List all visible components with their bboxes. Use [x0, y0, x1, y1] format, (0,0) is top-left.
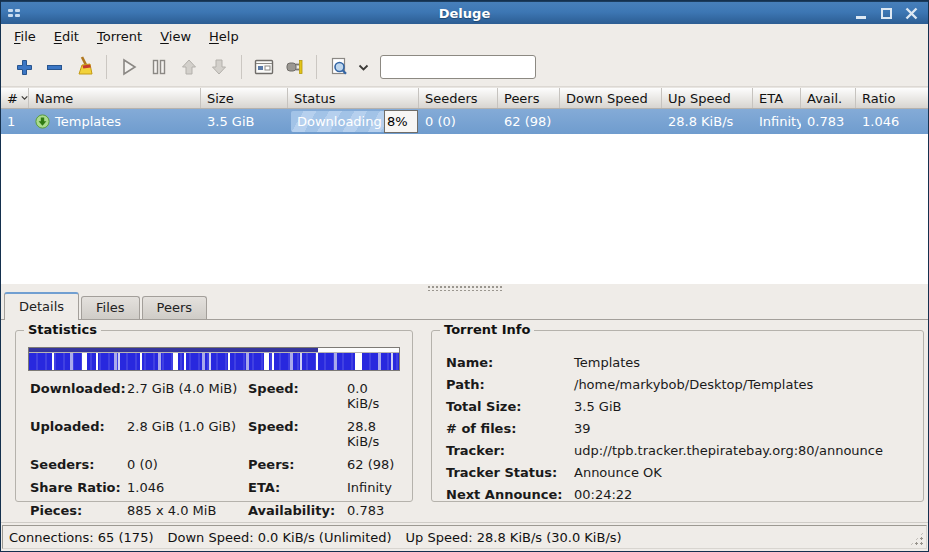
info-path-value: /home/markybob/Desktop/Templates	[574, 377, 913, 392]
toolbar-separator	[106, 55, 107, 79]
torrent-info-frame: Torrent Info Name:Templates Path:/home/m…	[431, 330, 924, 502]
column-header-size[interactable]: Size	[201, 88, 288, 108]
statistics-frame: Statistics Downloaded:2.7 GiB (4.0 MiB)S…	[15, 330, 413, 502]
column-header-down-speed[interactable]: Down Speed	[560, 88, 662, 108]
preferences-button[interactable]	[249, 53, 279, 81]
sort-chevron-icon	[21, 95, 28, 101]
column-header-seeders[interactable]: Seeders	[419, 88, 498, 108]
statusbar-wrap: Connections: 65 (175) Down Speed: 0.0 Ki…	[1, 522, 928, 551]
statusbar-connections: Connections: 65 (175)	[9, 530, 153, 545]
column-header-name[interactable]: Name	[29, 88, 201, 108]
arrow-down-icon	[209, 57, 229, 77]
window-title: Deluge	[1, 6, 928, 21]
play-icon	[119, 57, 139, 77]
column-header-eta[interactable]: ETA	[753, 88, 801, 108]
close-icon[interactable]	[904, 7, 919, 20]
menu-file[interactable]: File	[5, 26, 45, 47]
menu-view[interactable]: View	[151, 26, 200, 47]
info-tracker-status-value: Announce OK	[574, 465, 913, 480]
info-num-files-value: 39	[574, 421, 913, 436]
column-header-status[interactable]: Status	[288, 88, 419, 108]
torrent-list[interactable]: 1 Templates 3.5 GiB Downloading 7 8%	[1, 109, 928, 284]
column-header-ratio[interactable]: Ratio	[856, 88, 928, 108]
menu-help[interactable]: Help	[200, 26, 248, 47]
info-next-announce-value: 00:24:22	[574, 487, 913, 502]
toolbar-separator	[241, 55, 242, 79]
plug-icon	[283, 57, 305, 77]
cell-avail: 0.783	[801, 109, 856, 134]
cell-size: 3.5 GiB	[201, 109, 288, 134]
cell-number: 1	[1, 109, 29, 134]
details-pane: Statistics Downloaded:2.7 GiB (4.0 MiB)S…	[1, 320, 928, 522]
menubar: File Edit Torrent View Help	[1, 24, 928, 48]
cell-down-speed	[560, 109, 662, 134]
remove-torrent-button[interactable]	[39, 53, 69, 81]
details-tabstrip: Details Files Peers	[1, 292, 928, 320]
torrent-info-frame-title: Torrent Info	[440, 322, 534, 337]
pause-icon	[149, 57, 169, 77]
cell-seeders: 0 (0)	[419, 109, 498, 134]
cell-status: Downloading 7 8%	[288, 109, 419, 134]
status-progress-bar: Downloading 7	[291, 111, 385, 132]
torrent-row-selected[interactable]: 1 Templates 3.5 GiB Downloading 7 8%	[1, 109, 928, 134]
arrow-up-icon	[179, 57, 199, 77]
plus-icon	[15, 58, 34, 77]
cell-name: Templates	[29, 109, 201, 134]
statistics-frame-title: Statistics	[24, 322, 101, 337]
column-header-up-speed[interactable]: Up Speed	[662, 88, 753, 108]
statusbar-up-speed: Up Speed: 28.8 KiB/s (30.0 KiB/s)	[406, 530, 622, 545]
connection-manager-button[interactable]	[279, 53, 309, 81]
titlebar[interactable]: Deluge	[1, 1, 928, 24]
column-header-avail[interactable]: Avail.	[801, 88, 856, 108]
pane-splitter[interactable]	[1, 284, 928, 292]
search-input[interactable]	[380, 55, 536, 79]
tab-details[interactable]: Details	[4, 292, 79, 320]
menu-edit[interactable]: Edit	[45, 26, 88, 47]
filter-dropdown[interactable]	[354, 53, 372, 81]
pause-torrent-button[interactable]	[144, 53, 174, 81]
cell-up-speed: 28.8 KiB/s	[662, 109, 753, 134]
broom-icon	[73, 56, 95, 78]
resize-grip-icon[interactable]	[910, 532, 924, 546]
statusbar: Connections: 65 (175) Down Speed: 0.0 Ki…	[2, 525, 927, 549]
clear-finished-button[interactable]	[69, 53, 99, 81]
cell-peers: 62 (98)	[498, 109, 560, 134]
downloading-state-icon	[35, 114, 50, 129]
info-name-value: Templates	[574, 355, 913, 370]
column-header-peers[interactable]: Peers	[498, 88, 560, 108]
preferences-icon	[253, 57, 275, 77]
column-header-number[interactable]: #	[1, 88, 29, 108]
menu-torrent[interactable]: Torrent	[88, 26, 151, 47]
find-icon	[328, 56, 350, 78]
cell-eta: Infinity	[753, 109, 801, 134]
status-percent-box: 8%	[384, 110, 418, 133]
pieces-progress-strip	[29, 348, 399, 353]
minus-icon	[45, 58, 64, 77]
queue-down-button[interactable]	[204, 53, 234, 81]
deluge-window: Deluge File Edit Torrent View Help	[0, 0, 929, 552]
maximize-icon[interactable]	[879, 7, 894, 20]
chevron-down-icon	[358, 64, 369, 71]
filter-button[interactable]	[324, 53, 354, 81]
toolbar-separator	[316, 55, 317, 79]
cell-ratio: 1.046	[856, 109, 928, 134]
statistics-grid: Downloaded:2.7 GiB (4.0 MiB)Speed:0.0 Ki…	[28, 371, 400, 518]
pieces-widget	[28, 347, 400, 371]
tab-peers[interactable]: Peers	[142, 296, 208, 319]
torrent-list-header: # Name Size Status Seeders Peers Down Sp…	[1, 87, 928, 109]
statusbar-down-speed: Down Speed: 0.0 KiB/s (Unlimited)	[167, 530, 391, 545]
pieces-progress-fill	[29, 348, 318, 352]
toolbar	[1, 48, 928, 87]
add-torrent-button[interactable]	[9, 53, 39, 81]
tab-files[interactable]: Files	[81, 296, 140, 319]
queue-up-button[interactable]	[174, 53, 204, 81]
pieces-availability-bar	[29, 353, 399, 370]
torrent-info-grid: Name:Templates Path:/home/markybob/Deskt…	[442, 347, 913, 502]
info-total-size-value: 3.5 GiB	[574, 399, 913, 414]
splitter-grip-icon	[427, 285, 503, 291]
minimize-icon[interactable]	[854, 7, 869, 20]
info-tracker-value: udp://tpb.tracker.thepiratebay.org:80/an…	[574, 443, 913, 458]
resume-torrent-button[interactable]	[114, 53, 144, 81]
